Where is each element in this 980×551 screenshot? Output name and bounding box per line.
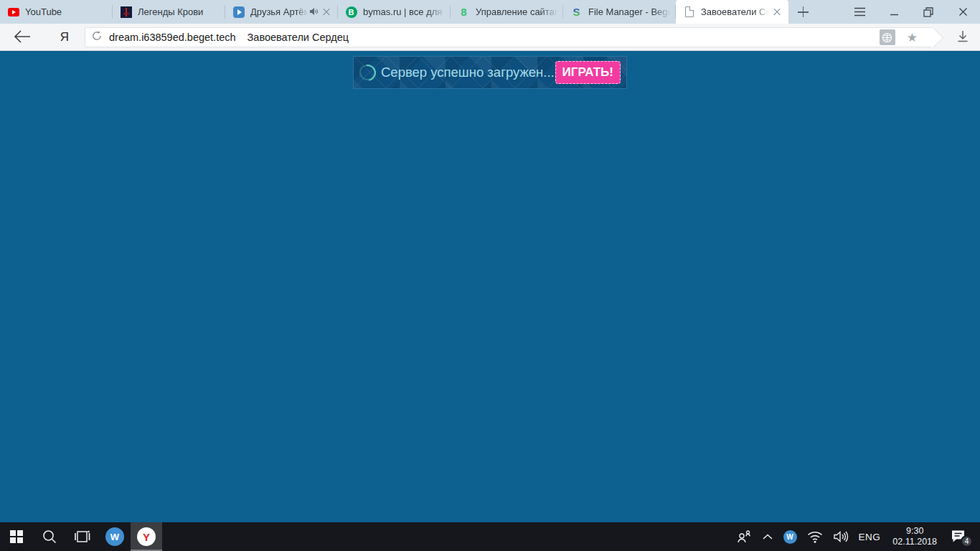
browser-toolbar: Я dream.i63859ed.beget.tech Завоеватели … — [0, 24, 980, 51]
browser-menu-button[interactable] — [842, 0, 877, 24]
video-play-favicon — [232, 6, 245, 18]
volume-button[interactable] — [828, 522, 854, 551]
taskbar-search-button[interactable] — [33, 522, 66, 551]
chevron-up-icon — [762, 533, 773, 540]
windows-logo-icon — [10, 530, 23, 543]
network-button[interactable] — [802, 522, 828, 551]
tab-label: Управление сайтам — [476, 6, 557, 17]
windows-taskbar: W Y W ENG 9:30 — [0, 522, 980, 551]
tab-close-icon[interactable] — [771, 6, 783, 18]
server-status-banner: Сервер успешно загружен... ИГРАТЬ! — [353, 56, 627, 89]
tab-conquerors-of-hearts-active[interactable]: Завоеватели Серд — [676, 0, 788, 24]
system-tray: W ENG 9:30 02.11.2018 4 — [731, 522, 980, 551]
tab-label: Завоеватели Серд — [701, 6, 768, 17]
downloads-button[interactable] — [956, 29, 971, 45]
refresh-icon[interactable] — [91, 30, 103, 44]
page-favicon — [683, 6, 695, 18]
sword-favicon — [120, 6, 132, 18]
tab-label: File Manager - Bege — [588, 6, 670, 17]
wifi-icon — [807, 531, 823, 543]
close-icon — [958, 7, 968, 17]
task-view-icon — [74, 529, 91, 544]
tab-legends-of-blood[interactable]: Легенды Крови — [113, 0, 225, 24]
desktop-screen: YouTube Легенды Крови Друзья Артём B bym… — [0, 0, 980, 551]
play-button[interactable]: ИГРАТЬ! — [555, 61, 621, 84]
url-text: dream.i63859ed.beget.tech — [109, 32, 236, 43]
youtube-favicon — [7, 6, 19, 18]
taskbar-app-yandex-browser[interactable]: Y — [131, 522, 162, 551]
restore-button[interactable] — [911, 0, 946, 24]
bookmark-star-icon[interactable]: ★ — [907, 32, 918, 44]
window-controls — [842, 0, 980, 24]
language-indicator[interactable]: ENG — [854, 522, 886, 551]
back-button[interactable] — [13, 29, 33, 46]
browser-tab-strip: YouTube Легенды Крови Друзья Артём B bym… — [0, 0, 980, 24]
date-text: 02.11.2018 — [892, 537, 937, 547]
hamburger-icon — [854, 7, 866, 17]
search-icon — [42, 529, 57, 545]
download-icon — [956, 29, 970, 44]
tab-youtube[interactable]: YouTube — [0, 0, 113, 24]
tray-windscribe[interactable]: W — [778, 522, 802, 551]
minimize-button[interactable] — [877, 0, 911, 24]
back-arrow-icon — [13, 29, 32, 44]
action-center-button[interactable]: 4 — [944, 522, 976, 551]
page-title-text: Завоеватели Сердец — [248, 32, 349, 43]
tab-close-icon[interactable] — [321, 6, 332, 18]
time-text: 9:30 — [906, 526, 923, 537]
site-protection-icon[interactable] — [880, 29, 895, 45]
task-view-button[interactable] — [66, 522, 99, 551]
address-bar[interactable]: dream.i63859ed.beget.tech Завоеватели Се… — [85, 27, 933, 47]
tab-video-friends[interactable]: Друзья Артём — [225, 0, 338, 24]
people-button[interactable] — [731, 522, 757, 551]
notification-badge: 4 — [961, 535, 973, 547]
tab-label: bymas.ru | все для ва — [363, 6, 445, 17]
tab-file-manager[interactable]: S File Manager - Bege — [563, 0, 676, 24]
speaker-icon — [833, 530, 849, 543]
tab-label: Легенды Крови — [138, 6, 220, 17]
yandex-logo[interactable]: Я — [57, 30, 72, 44]
sprut-favicon: S — [570, 6, 583, 18]
web-page-content: Сервер успешно загружен... ИГРАТЬ! — [0, 52, 980, 522]
tab-label: Друзья Артём — [250, 6, 308, 17]
restore-icon — [923, 7, 933, 17]
server-status-text: Сервер успешно загружен... — [381, 65, 555, 80]
close-window-button[interactable] — [946, 0, 980, 24]
loading-spinner-icon — [359, 65, 375, 80]
taskbar-clock[interactable]: 9:30 02.11.2018 — [885, 526, 944, 547]
taskbar-app-windscribe[interactable]: W — [99, 522, 131, 551]
plus-icon — [798, 6, 809, 17]
windscribe-tray-icon: W — [783, 530, 797, 544]
tab-bymas[interactable]: B bymas.ru | все для ва — [338, 0, 451, 24]
tab-site-management[interactable]: 8 Управление сайтам — [451, 0, 563, 24]
beget-favicon: 8 — [458, 6, 470, 18]
windscribe-icon: W — [105, 527, 124, 546]
tab-audio-icon[interactable] — [309, 6, 318, 19]
tab-label: YouTube — [25, 6, 107, 17]
people-icon — [736, 529, 752, 544]
new-tab-button[interactable] — [788, 0, 817, 24]
yandex-browser-icon: Y — [137, 527, 156, 546]
tray-overflow-button[interactable] — [757, 522, 778, 551]
minimize-icon — [890, 7, 899, 17]
bymas-favicon: B — [345, 6, 357, 18]
start-button[interactable] — [0, 522, 33, 551]
